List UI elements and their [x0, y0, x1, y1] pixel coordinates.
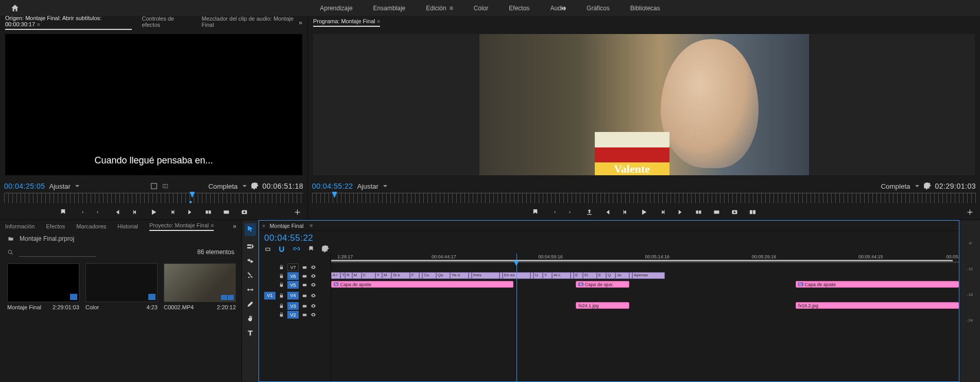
source-tab-effect-controls[interactable]: Controles de efectos — [142, 15, 192, 29]
eye-icon[interactable] — [311, 312, 316, 318]
track-v4[interactable]: V1V4 — [259, 289, 331, 302]
snap-icon[interactable] — [279, 245, 286, 253]
lane-v4[interactable] — [331, 289, 959, 302]
panel-tab-effects[interactable]: Efectos — [46, 223, 65, 229]
subtitle-seg[interactable]: El — [583, 272, 597, 279]
source-settings-icon[interactable] — [251, 182, 259, 190]
sync-lock-icon[interactable] — [302, 273, 307, 279]
go-in-icon[interactable] — [604, 208, 611, 216]
step-fwd-icon[interactable] — [168, 208, 176, 216]
step-back-icon[interactable] — [131, 208, 139, 216]
program-add-button-icon[interactable] — [966, 208, 974, 216]
subtitle-seg[interactable]: T — [340, 272, 345, 279]
track-v7[interactable]: V7 — [259, 263, 331, 272]
source-quality-dropdown[interactable]: Completa — [208, 182, 247, 190]
subtitle-seg[interactable]: R — [345, 272, 352, 279]
lock-icon[interactable] — [279, 312, 284, 318]
lock-icon[interactable] — [279, 293, 284, 298]
clip-img-1[interactable]: fx24.1.jpg — [576, 302, 629, 309]
add-marker-icon[interactable] — [59, 208, 67, 216]
sync-lock-icon[interactable] — [302, 293, 307, 298]
ws-graficos[interactable]: Gráficos — [587, 5, 610, 12]
ws-edicion[interactable]: Edición≡ — [426, 5, 453, 12]
extract-icon[interactable] — [713, 208, 720, 216]
program-settings-icon[interactable] — [924, 182, 931, 190]
subtitle-seg[interactable]: Q — [606, 272, 615, 279]
sync-lock-icon[interactable] — [302, 282, 307, 288]
program-monitor[interactable]: Valente — [313, 34, 975, 175]
export-icon[interactable] — [586, 208, 593, 216]
subtitle-seg[interactable]: Qu — [436, 272, 450, 279]
mark-in-icon[interactable] — [77, 208, 85, 216]
clip-adjust-2[interactable]: fxCapa de ajus — [576, 281, 629, 288]
program-zoom-dropdown[interactable]: Ajustar — [357, 182, 387, 190]
source-add-button-icon[interactable] — [294, 208, 301, 216]
timeline-tab-close[interactable]: × — [262, 223, 265, 229]
subtitle-seg[interactable]: E — [597, 272, 606, 279]
timeline-tab-menu-icon[interactable]: ≡ — [310, 223, 313, 228]
subtitle-seg[interactable]: Ya d — [450, 272, 469, 279]
clip-img-2[interactable]: fx16.2.jpg — [796, 302, 959, 309]
subtitle-seg[interactable]: C — [362, 272, 375, 279]
bin-item-sequence[interactable]: Montaje Final2:29:01:03 — [7, 263, 79, 378]
lock-icon[interactable] — [279, 282, 284, 288]
razor-tool-icon[interactable] — [246, 271, 254, 279]
subtitle-seg[interactable]: A I — [331, 272, 340, 279]
linked-selection-icon[interactable] — [293, 245, 300, 253]
eye-icon[interactable] — [311, 264, 316, 270]
add-marker-icon[interactable] — [531, 208, 539, 216]
source-ruler[interactable] — [4, 193, 303, 203]
lane-v6[interactable]: A ITRMCYMSi eFCuQuYa dIrresEn esUYAl cEE… — [331, 272, 959, 280]
subtitle-seg[interactable]: Y — [375, 272, 383, 279]
play-icon[interactable] — [149, 208, 158, 217]
lock-icon[interactable] — [279, 273, 284, 279]
source-monitor[interactable]: Cuando llegué pensaba en... — [5, 34, 302, 175]
track-v5[interactable]: V5 — [259, 280, 331, 289]
type-tool-icon[interactable] — [246, 329, 254, 337]
nest-toggle-icon[interactable] — [264, 245, 271, 253]
export-frame-icon[interactable] — [240, 208, 248, 216]
ripple-edit-tool-icon[interactable] — [246, 257, 254, 265]
source-playhead[interactable] — [190, 192, 195, 198]
overlay-icon[interactable] — [162, 182, 169, 190]
subtitle-seg[interactable]: Cu — [422, 272, 436, 279]
ws-efectos[interactable]: Efectos — [509, 5, 529, 12]
subtitle-seg[interactable]: U — [534, 272, 543, 279]
step-back-icon[interactable] — [622, 208, 629, 216]
source-tab-clip[interactable]: Origen: Montaje Final: Abrir subtítulos:… — [5, 15, 132, 30]
eye-icon[interactable] — [311, 293, 316, 298]
project-overflow-icon[interactable]: » — [233, 223, 236, 230]
export-frame-icon[interactable] — [731, 208, 738, 216]
subtitle-seg[interactable]: F — [410, 272, 419, 279]
subtitle-seg[interactable]: Y — [543, 272, 552, 279]
program-quality-dropdown[interactable]: Completa — [881, 182, 919, 190]
add-marker-tl-icon[interactable] — [307, 245, 315, 253]
go-out-icon[interactable] — [186, 208, 194, 216]
clip-adjust-3[interactable]: fxCapa de ajuste — [796, 281, 959, 288]
lane-v3[interactable]: fx24.1.jpg fx16.2.jpg — [331, 302, 959, 310]
ws-ensamblaje[interactable]: Ensamblaje — [373, 5, 406, 12]
subtitle-seg[interactable]: Al c — [552, 272, 571, 279]
panel-tab-history[interactable]: Historial — [117, 223, 138, 229]
project-search-input[interactable] — [19, 248, 96, 257]
tl-settings-icon[interactable] — [322, 245, 329, 253]
panel-tab-info[interactable]: Información — [5, 223, 35, 229]
subtitle-seg[interactable]: Ju — [615, 272, 629, 279]
source-zoom-dropdown[interactable]: Ajustar — [49, 182, 79, 190]
ws-bibliotecas[interactable]: Bibliotecas — [630, 5, 660, 12]
workspace-overflow-icon[interactable] — [560, 5, 568, 12]
timeline-tab-name[interactable]: Montaje Final — [269, 223, 303, 229]
lane-v2[interactable] — [331, 310, 959, 319]
source-tc-in[interactable]: 00:04:25:05 — [4, 182, 45, 190]
subtitle-seg[interactable]: Si e — [391, 272, 410, 279]
mark-out-icon[interactable] — [568, 208, 575, 216]
timeline-ruler[interactable]: 1:29:17 00:04:44:17 00:04:59:16 00:05:14… — [331, 254, 959, 263]
ws-color[interactable]: Color — [474, 5, 489, 12]
insert-icon[interactable] — [204, 208, 212, 216]
slip-tool-icon[interactable] — [246, 286, 254, 294]
go-in-icon[interactable] — [113, 208, 121, 216]
track-v3[interactable]: V3 — [259, 302, 331, 310]
home-icon[interactable] — [10, 4, 20, 13]
panel-tab-markers[interactable]: Marcadores — [76, 223, 106, 229]
source-overflow-icon[interactable]: » — [299, 19, 302, 26]
